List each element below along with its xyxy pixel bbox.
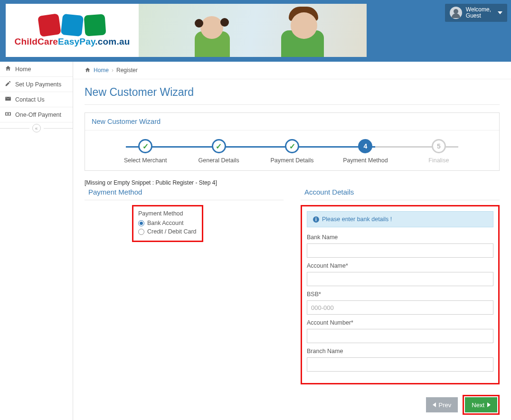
sidebar-item-contact-us[interactable]: Contact Us <box>0 92 73 107</box>
brand-text: ChildCareEasyPay.com.au <box>15 37 130 47</box>
banner-image <box>139 4 367 57</box>
wizard-buttons: Prev Next <box>85 395 500 415</box>
breadcrumb-current: Register <box>116 67 138 74</box>
radio-label: Bank Account <box>147 220 183 226</box>
input-bank-name[interactable] <box>307 243 493 258</box>
puzzle-icon <box>38 14 106 37</box>
divider <box>85 104 500 105</box>
wizard-panel-title: New Customer Wizard <box>85 113 499 131</box>
home-icon <box>5 65 11 73</box>
wizard-steps: Select Merchant General Details Payment … <box>85 131 499 170</box>
prev-button[interactable]: Prev <box>426 397 458 412</box>
radio-bank-account[interactable]: Bank Account <box>138 220 197 226</box>
step-number-icon: 4 <box>358 139 372 153</box>
breadcrumb-separator: › <box>112 67 114 74</box>
account-details-section: Account Details i Please enter bank deta… <box>301 188 500 384</box>
snippet-missing-message: [Missing or Empty Snippet : Public Regis… <box>85 179 500 186</box>
input-account-number[interactable] <box>307 329 493 343</box>
account-details-highlight: i Please enter bank details ! Bank Name … <box>301 205 500 384</box>
radio-icon <box>138 220 144 226</box>
chevron-left-icon: « <box>32 124 41 132</box>
next-button-highlight: Next <box>463 395 500 415</box>
top-banner: ChildCareEasyPay.com.au Welcome, Guest <box>0 0 511 62</box>
section-heading: Payment Method <box>85 188 284 200</box>
label-account-name: Account Name* <box>307 262 493 269</box>
label-account-number: Account Number* <box>307 319 493 326</box>
user-menu[interactable]: Welcome, Guest <box>445 4 507 22</box>
label-bsb: BSB* <box>307 291 493 298</box>
next-button-label: Next <box>472 401 484 409</box>
avatar-icon <box>450 7 462 19</box>
sidebar-item-label: One-Off Payment <box>15 112 61 118</box>
brand-banner: ChildCareEasyPay.com.au <box>6 4 367 57</box>
user-menu-label: Welcome, Guest <box>466 7 491 19</box>
input-account-name[interactable] <box>307 272 493 286</box>
alert-bank-details: i Please enter bank details ! <box>307 211 493 227</box>
sidebar: Home Set Up Payments Contact Us One-Off … <box>0 62 73 420</box>
arrow-left-icon <box>433 402 436 407</box>
radio-label: Credit / Debit Card <box>147 228 197 235</box>
next-button[interactable]: Next <box>465 397 497 412</box>
sidebar-item-one-off-payment[interactable]: One-Off Payment <box>0 107 73 122</box>
page-title: New Customer Wizard <box>73 79 511 104</box>
payment-method-group-label: Payment Method <box>138 210 197 217</box>
prev-button-label: Prev <box>439 401 452 409</box>
chevron-down-icon <box>498 11 502 14</box>
sidebar-item-setup-payments[interactable]: Set Up Payments <box>0 77 73 92</box>
radio-credit-debit-card[interactable]: Credit / Debit Card <box>138 228 197 235</box>
step-label: General Details <box>182 157 255 164</box>
wizard-step-finalise: 5 Finalise <box>402 139 475 164</box>
input-bsb[interactable] <box>307 300 493 315</box>
brand-logo: ChildCareEasyPay.com.au <box>6 4 139 57</box>
wizard-step-general-details: General Details <box>182 139 255 164</box>
label-branch-name: Branch Name <box>307 348 493 355</box>
sidebar-item-label: Home <box>15 66 31 73</box>
step-number-icon: 5 <box>432 139 446 153</box>
wizard-step-select-merchant: Select Merchant <box>109 139 182 164</box>
arrow-right-icon <box>487 402 491 407</box>
main-content: Home › Register New Customer Wizard New … <box>73 62 511 420</box>
payment-method-highlight: Payment Method Bank Account Credit / Deb… <box>132 205 203 242</box>
info-icon: i <box>313 216 319 223</box>
breadcrumb: Home › Register <box>73 62 511 79</box>
home-icon <box>85 66 91 74</box>
cash-icon <box>5 111 11 119</box>
step-label: Finalise <box>402 157 475 164</box>
step-check-icon <box>212 139 226 153</box>
section-heading: Account Details <box>301 188 500 200</box>
input-branch-name[interactable] <box>307 357 493 372</box>
mail-icon <box>5 95 11 103</box>
step-label: Payment Details <box>256 157 329 164</box>
payment-method-section: Payment Method Payment Method Bank Accou… <box>85 188 284 384</box>
alert-text: Please enter bank details ! <box>322 216 392 223</box>
breadcrumb-home[interactable]: Home <box>94 67 109 74</box>
step-check-icon <box>138 139 152 153</box>
radio-icon <box>138 229 144 235</box>
edit-icon <box>5 80 11 88</box>
sidebar-item-home[interactable]: Home <box>0 62 73 77</box>
step-check-icon <box>285 139 299 153</box>
step-label: Select Merchant <box>109 157 182 164</box>
sidebar-item-label: Set Up Payments <box>15 81 61 88</box>
sidebar-item-label: Contact Us <box>15 96 45 103</box>
wizard-step-payment-details: Payment Details <box>256 139 329 164</box>
wizard-panel: New Customer Wizard Select Merchant Gene… <box>85 112 500 171</box>
sidebar-collapse[interactable]: « <box>0 122 73 134</box>
label-bank-name: Bank Name <box>307 234 493 241</box>
wizard-step-payment-method: 4 Payment Method <box>329 139 402 164</box>
step-label: Payment Method <box>329 157 402 164</box>
